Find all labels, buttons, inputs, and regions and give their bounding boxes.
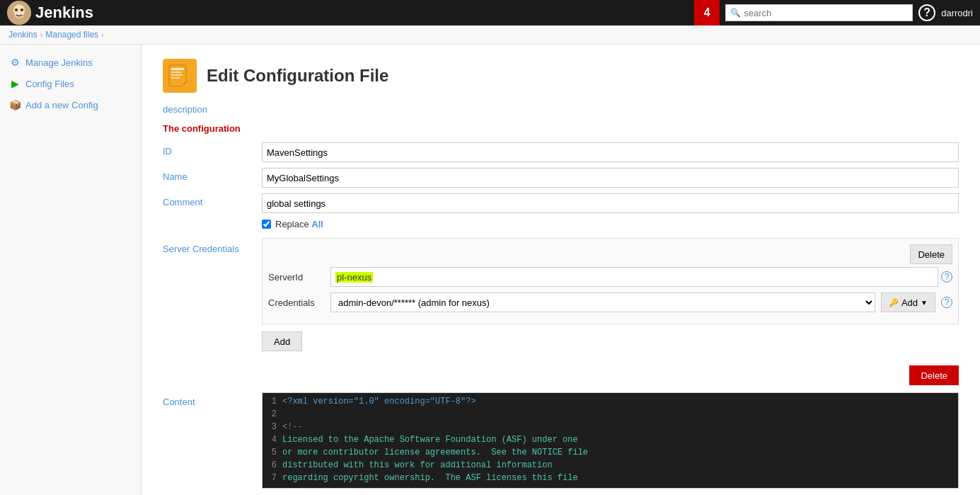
- code-line-7: 7 regarding copyright ownership. The ASF…: [263, 472, 958, 485]
- sidebar-item-add-config[interactable]: 📦 Add a new Config: [0, 94, 141, 115]
- delete-main-button[interactable]: Delete: [909, 365, 959, 385]
- content-label: Content: [163, 392, 262, 407]
- search-input[interactable]: [744, 8, 908, 18]
- name-label: Name: [163, 168, 262, 182]
- add-credential-button[interactable]: 🔑 Add ▼: [881, 292, 935, 312]
- id-label: ID: [163, 142, 262, 157]
- breadcrumb-jenkins[interactable]: Jenkins: [8, 30, 38, 40]
- replace-all-label: Replace All: [275, 219, 323, 229]
- breadcrumb-managed-files[interactable]: Managed files: [45, 30, 98, 40]
- svg-point-3: [21, 8, 23, 11]
- delete-section-row: Delete: [268, 244, 952, 264]
- username[interactable]: darrodri: [941, 8, 973, 18]
- code-editor[interactable]: 1 <?xml version="1.0" encoding="UTF-8"?>…: [262, 392, 959, 489]
- arrow-icon: ▶: [8, 77, 21, 90]
- sidebar-label-config-files: Config Files: [25, 79, 74, 89]
- breadcrumb-sep-2: ›: [101, 30, 104, 39]
- app-header: Jenkins 4 🔍 ? darrodri: [0, 0, 980, 25]
- main-content: Edit Configuration File description The …: [142, 45, 980, 495]
- description-link[interactable]: description: [163, 104, 959, 115]
- server-credentials-fields: Delete ServerId pl-nexus ? Credentials: [262, 238, 959, 324]
- page-title: Edit Configuration File: [207, 66, 388, 86]
- svg-rect-8: [171, 74, 183, 76]
- credentials-help-icon[interactable]: ?: [941, 297, 952, 308]
- content-section: Content 1 <?xml version="1.0" encoding="…: [163, 392, 959, 489]
- main-layout: ⚙ Manage Jenkins ▶ Config Files 📦 Add a …: [0, 45, 980, 495]
- jenkins-avatar: [7, 1, 31, 25]
- delete-credentials-button[interactable]: Delete: [910, 244, 952, 264]
- jenkins-logo[interactable]: Jenkins: [7, 1, 93, 25]
- svg-point-2: [15, 8, 18, 11]
- sidebar-item-manage-jenkins[interactable]: ⚙ Manage Jenkins: [0, 52, 141, 73]
- package-icon: 📦: [8, 98, 21, 111]
- section-title: The configuration: [163, 123, 959, 134]
- sidebar: ⚙ Manage Jenkins ▶ Config Files 📦 Add a …: [0, 45, 142, 495]
- credentials-row: Credentials admin-devon/****** (admin fo…: [268, 292, 952, 312]
- name-input[interactable]: [262, 168, 959, 188]
- comment-field: [262, 193, 959, 213]
- form-row-name: Name: [163, 168, 959, 188]
- svg-rect-6: [171, 68, 184, 70]
- gear-icon: ⚙: [8, 56, 21, 69]
- search-icon: 🔍: [730, 8, 741, 18]
- form-row-comment: Comment: [163, 193, 959, 213]
- server-id-value: pl-nexus: [335, 272, 373, 283]
- code-line-3: 3 <!--: [263, 421, 958, 434]
- sidebar-item-config-files[interactable]: ▶ Config Files: [0, 73, 141, 94]
- name-field: [262, 168, 959, 188]
- credentials-select[interactable]: admin-devon/****** (admin for nexus): [330, 292, 875, 312]
- comment-input[interactable]: [262, 193, 959, 213]
- server-id-label: ServerId: [268, 272, 325, 283]
- server-id-row: ServerId pl-nexus ?: [268, 267, 952, 287]
- notification-badge[interactable]: 4: [694, 0, 720, 25]
- credentials-label: Credentials: [268, 297, 325, 308]
- code-line-4: 4 Licensed to the Apache Software Founda…: [263, 434, 958, 447]
- replace-all-row: Replace All: [262, 219, 959, 229]
- server-credentials-label: Server Credentials: [163, 238, 262, 254]
- search-box: 🔍: [725, 4, 913, 21]
- id-input[interactable]: [262, 142, 959, 162]
- delete-main-row: Delete: [163, 365, 959, 385]
- server-id-help-icon[interactable]: ?: [941, 271, 952, 283]
- page-header: Edit Configuration File: [163, 59, 959, 93]
- code-line-2: 2: [263, 409, 958, 421]
- comment-label: Comment: [163, 193, 262, 207]
- code-line-6: 6 distributed with this work for additio…: [263, 460, 958, 472]
- sidebar-label-add-config: Add a new Config: [25, 100, 98, 110]
- server-credentials-section: Server Credentials Delete ServerId pl-ne…: [163, 238, 959, 324]
- replace-all-checkbox[interactable]: [262, 220, 271, 229]
- add-button-row: Add: [262, 331, 959, 358]
- jenkins-title: Jenkins: [35, 4, 93, 22]
- page-icon: [163, 59, 197, 93]
- code-line-5: 5 or more contributor license agreements…: [263, 447, 958, 460]
- form-row-id: ID: [163, 142, 959, 162]
- breadcrumb-sep-1: ›: [40, 30, 43, 39]
- breadcrumb: Jenkins › Managed files ›: [0, 25, 980, 45]
- add-button[interactable]: Add: [262, 331, 302, 351]
- code-line-1: 1 <?xml version="1.0" encoding="UTF-8"?>: [263, 396, 958, 409]
- svg-rect-9: [171, 77, 180, 79]
- svg-rect-7: [171, 72, 181, 73]
- help-icon[interactable]: ?: [918, 4, 935, 21]
- id-field: [262, 142, 959, 162]
- sidebar-label-manage-jenkins: Manage Jenkins: [25, 57, 93, 68]
